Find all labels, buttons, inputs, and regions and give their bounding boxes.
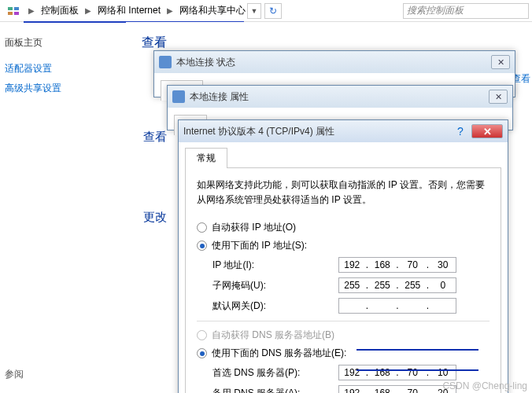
sidebar-link-ie-options[interactable]: net 选项 <box>0 388 35 393</box>
search-placeholder: 搜索控制面板 <box>407 4 464 17</box>
sidebar-link-sharing[interactable]: 高级共享设置 <box>5 79 114 98</box>
refresh-button[interactable]: ↻ <box>264 3 282 19</box>
radio-dns-manual[interactable]: 使用下面的 DNS 服务器地址(E): <box>197 344 490 362</box>
ip-address-input[interactable]: 192.168.70.30 <box>338 257 456 273</box>
window-title: 本地连接 属性 <box>190 90 249 104</box>
dns-secondary-input[interactable]: 192.168.70.20 <box>338 385 456 393</box>
chevron-right-icon[interactable]: ▶ <box>162 6 178 15</box>
window-title: Internet 协议版本 4 (TCP/IPv4) 属性 <box>183 125 334 138</box>
field-label: 默认网关(D): <box>212 299 338 313</box>
sidebar: 面板主页 适配器设置 高级共享设置 参阅 net 选项 <box>0 22 114 98</box>
close-button[interactable]: ✕ <box>491 55 510 69</box>
help-icon[interactable]: ? <box>453 125 468 138</box>
field-label: 子网掩码(U): <box>212 279 338 292</box>
breadcrumb-bar: ▶ 控制面板 ▶ 网络和 Internet ▶ 网络和共享中心 ▼ ↻ 搜索控制… <box>0 0 532 22</box>
radio-ip-manual[interactable]: 使用下面的 IP 地址(S): <box>197 237 490 255</box>
dns-primary-input[interactable]: 192.168.70.10 <box>338 365 456 380</box>
radio-ip-auto[interactable]: 自动获得 IP 地址(O) <box>197 219 490 237</box>
window-ipv4-properties: Internet 协议版本 4 (TCP/IPv4) 属性 ? ✕ 常规 如果网… <box>178 119 508 393</box>
field-label: 备用 DNS 服务器(A): <box>212 387 338 393</box>
annotation-underline <box>357 349 478 351</box>
tab-content: 如果网络支持此功能，则可以获取自动指派的 IP 设置。否则，您需要从网络系统管理… <box>185 167 501 393</box>
section-label-change: 更改 <box>143 210 167 225</box>
field-label: IP 地址(I): <box>212 259 338 272</box>
field-label: 首选 DNS 服务器(P): <box>212 366 338 380</box>
chevron-right-icon[interactable]: ▶ <box>80 6 96 15</box>
svg-rect-3 <box>14 12 19 15</box>
breadcrumb-item[interactable]: 网络和 Internet <box>96 4 162 17</box>
gateway-input[interactable]: ... <box>338 298 456 314</box>
radio-label: 自动获得 IP 地址(O) <box>212 221 296 234</box>
svg-rect-2 <box>8 12 13 15</box>
chevron-right-icon[interactable]: ▶ <box>24 6 39 15</box>
sidebar-see-also: 参阅 <box>5 368 24 381</box>
titlebar[interactable]: 本地连接 状态 ✕ <box>154 51 515 73</box>
separator <box>197 321 490 321</box>
breadcrumb-item[interactable]: 控制面板 <box>39 4 80 17</box>
close-button[interactable]: ✕ <box>489 90 508 104</box>
search-input[interactable]: 搜索控制面板 <box>403 3 529 19</box>
field-default-gateway: 默认网关(D): ... <box>197 296 490 316</box>
titlebar[interactable]: 本地连接 属性 ✕ <box>168 86 512 108</box>
field-ip-address: IP 地址(I): 192.168.70.30 <box>197 255 490 275</box>
window-title: 本地连接 状态 <box>176 56 235 69</box>
breadcrumb-dropdown[interactable]: ▼ <box>247 3 261 19</box>
radio-label: 使用下面的 DNS 服务器地址(E): <box>212 347 346 360</box>
svg-rect-0 <box>8 7 13 10</box>
svg-rect-1 <box>14 7 19 10</box>
radio-dns-auto: 自动获得 DNS 服务器地址(B) <box>197 326 490 344</box>
annotation-underline <box>357 369 478 371</box>
field-subnet-mask: 子网掩码(U): 255.255.255.0 <box>197 275 490 296</box>
radio-label: 自动获得 DNS 服务器地址(B) <box>212 329 334 342</box>
watermark: CSDN @Cheng-ling <box>442 380 527 391</box>
page-title: 查看 <box>126 35 532 51</box>
section-label-view: 查看 <box>143 130 167 145</box>
tab-general[interactable]: 常规 <box>185 148 227 168</box>
sidebar-home[interactable]: 面板主页 <box>5 36 114 59</box>
subnet-mask-input[interactable]: 255.255.255.0 <box>338 277 456 293</box>
control-panel-icon <box>6 4 20 18</box>
network-icon <box>172 90 185 103</box>
description-text: 如果网络支持此功能，则可以获取自动指派的 IP 设置。否则，您需要从网络系统管理… <box>197 178 490 208</box>
network-icon <box>159 56 172 68</box>
radio-label: 使用下面的 IP 地址(S): <box>212 239 307 252</box>
close-button[interactable]: ✕ <box>471 124 503 138</box>
titlebar[interactable]: Internet 协议版本 4 (TCP/IPv4) 属性 ? ✕ <box>179 120 508 142</box>
breadcrumb-item[interactable]: 网络和共享中心 <box>178 4 247 17</box>
sidebar-link-adapter[interactable]: 适配器设置 <box>5 59 114 79</box>
